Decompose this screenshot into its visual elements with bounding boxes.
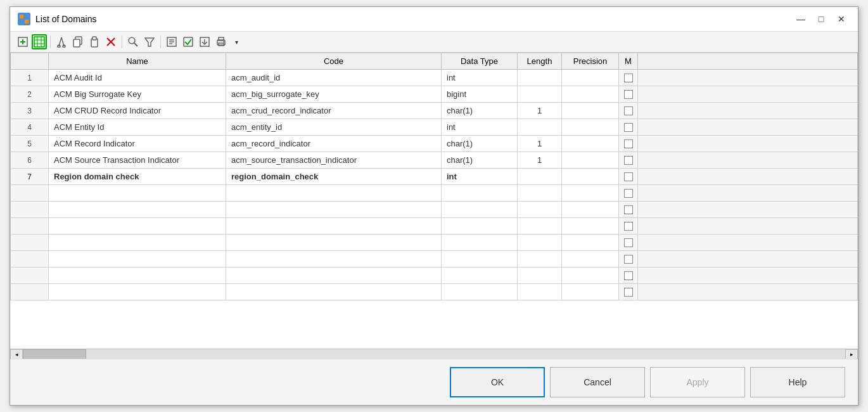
table-row[interactable] (11, 185, 858, 202)
cell-datatype[interactable] (442, 251, 518, 267)
cell-code[interactable] (226, 267, 442, 284)
cell-length[interactable] (518, 119, 562, 136)
edit-grid-btn[interactable] (32, 34, 47, 49)
help-button[interactable]: Help (750, 367, 845, 397)
h-scroll-right-btn[interactable]: ▸ (845, 349, 858, 359)
delete-btn[interactable] (103, 34, 118, 49)
ok-button[interactable]: OK (450, 367, 545, 397)
cell-precision[interactable] (562, 86, 619, 103)
checkbox-icon[interactable] (624, 288, 633, 297)
cell-datatype[interactable]: int (442, 119, 518, 136)
paste-btn[interactable] (87, 34, 102, 49)
cell-datatype[interactable] (442, 284, 518, 300)
cell-code[interactable]: region_domain_check (226, 169, 442, 185)
checkbox-icon[interactable] (624, 238, 633, 247)
cell-name[interactable]: ACM Audit Id (49, 70, 226, 86)
table-row[interactable] (11, 218, 858, 235)
cell-precision[interactable] (562, 70, 619, 86)
cell-code[interactable] (226, 202, 442, 218)
h-scroll-track[interactable] (23, 349, 845, 359)
col-header-precision[interactable]: Precision (562, 53, 619, 70)
checkbox-icon[interactable] (624, 139, 633, 148)
cell-checkbox[interactable] (619, 218, 638, 235)
cell-datatype[interactable]: char(1) (442, 103, 518, 119)
cell-datatype[interactable] (442, 185, 518, 202)
cell-precision[interactable] (562, 251, 619, 267)
cell-name[interactable]: ACM CRUD Record Indicator (49, 103, 226, 119)
cell-length[interactable] (518, 235, 562, 251)
cell-datatype[interactable]: bigint (442, 86, 518, 103)
cell-length[interactable] (518, 218, 562, 235)
cell-length[interactable] (518, 284, 562, 300)
checkbox-icon[interactable] (624, 189, 633, 198)
filter-btn[interactable] (142, 34, 157, 49)
cell-name[interactable]: ACM Source Transaction Indicator (49, 152, 226, 169)
table-row[interactable]: 1ACM Audit Idacm_audit_idint (11, 70, 858, 86)
checkbox-icon[interactable] (624, 156, 633, 165)
checkbox-icon[interactable] (624, 172, 633, 181)
cell-length[interactable] (518, 267, 562, 284)
cell-code[interactable] (226, 185, 442, 202)
cell-checkbox[interactable] (619, 251, 638, 267)
new-btn[interactable] (15, 34, 30, 49)
cell-length[interactable] (518, 251, 562, 267)
cell-checkbox[interactable] (619, 103, 638, 119)
cell-code[interactable]: acm_source_transaction_indicator (226, 152, 442, 169)
h-scroll-thumb[interactable] (23, 349, 86, 359)
cell-length[interactable] (518, 169, 562, 185)
cell-checkbox[interactable] (619, 185, 638, 202)
cut-btn[interactable] (54, 34, 69, 49)
table-row[interactable] (11, 267, 858, 284)
checkbox-icon[interactable] (624, 271, 633, 280)
cell-precision[interactable] (562, 202, 619, 218)
cell-checkbox[interactable] (619, 284, 638, 300)
table-row[interactable] (11, 284, 858, 300)
cell-precision[interactable] (562, 152, 619, 169)
cell-datatype[interactable]: char(1) (442, 152, 518, 169)
table-wrapper[interactable]: Name Code Data Type Length Precision M 1… (10, 53, 858, 349)
cell-name[interactable]: Region domain check (49, 169, 226, 185)
minimize-button[interactable]: — (792, 12, 810, 26)
print-btn[interactable] (214, 34, 229, 49)
table-row[interactable]: 4ACM Entity Idacm_entity_idint (11, 119, 858, 136)
cell-precision[interactable] (562, 119, 619, 136)
cell-precision[interactable] (562, 136, 619, 152)
cell-checkbox[interactable] (619, 136, 638, 152)
cell-name[interactable] (49, 202, 226, 218)
table-row[interactable] (11, 202, 858, 218)
cell-datatype[interactable] (442, 267, 518, 284)
checkbox-icon[interactable] (624, 106, 633, 115)
cell-precision[interactable] (562, 185, 619, 202)
cell-precision[interactable] (562, 103, 619, 119)
maximize-button[interactable]: □ (812, 12, 830, 26)
checkbox-icon[interactable] (624, 74, 633, 82)
cell-precision[interactable] (562, 169, 619, 185)
cell-name[interactable] (49, 185, 226, 202)
cell-checkbox[interactable] (619, 267, 638, 284)
copy-btn[interactable] (70, 34, 86, 49)
cell-name[interactable] (49, 284, 226, 300)
cell-code[interactable] (226, 251, 442, 267)
cell-datatype[interactable] (442, 218, 518, 235)
cell-datatype[interactable]: char(1) (442, 136, 518, 152)
cell-length[interactable] (518, 70, 562, 86)
cell-datatype[interactable] (442, 235, 518, 251)
cell-datatype[interactable]: int (442, 169, 518, 185)
close-button[interactable]: ✕ (833, 12, 850, 26)
col-header-datatype[interactable]: Data Type (442, 53, 518, 70)
cell-code[interactable]: acm_record_indicator (226, 136, 442, 152)
cell-checkbox[interactable] (619, 70, 638, 86)
checkbox-icon[interactable] (624, 222, 633, 231)
cell-datatype[interactable] (442, 202, 518, 218)
cell-checkbox[interactable] (619, 152, 638, 169)
cell-code[interactable]: acm_audit_id (226, 70, 442, 86)
col-header-length[interactable]: Length (518, 53, 562, 70)
cell-checkbox[interactable] (619, 202, 638, 218)
cell-name[interactable] (49, 218, 226, 235)
cell-length[interactable]: 1 (518, 152, 562, 169)
check-btn[interactable] (181, 34, 196, 49)
cell-name[interactable] (49, 251, 226, 267)
cell-length[interactable] (518, 185, 562, 202)
cell-length[interactable]: 1 (518, 136, 562, 152)
cell-precision[interactable] (562, 235, 619, 251)
